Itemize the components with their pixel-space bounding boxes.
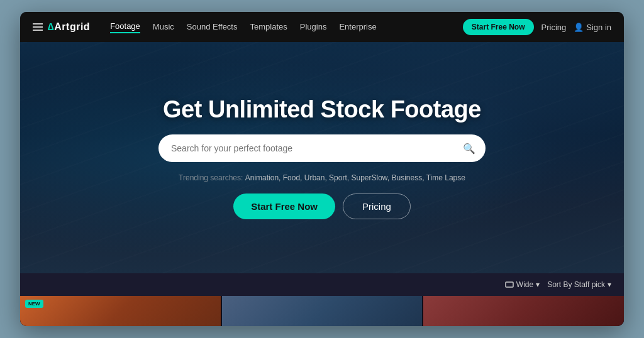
nav-links: Footage Music Sound Effects Templates Pl…: [110, 21, 448, 33]
hero-pricing-button[interactable]: Pricing: [343, 194, 411, 219]
hero-start-free-button[interactable]: Start Free Now: [233, 194, 335, 219]
nav-link-footage[interactable]: Footage: [110, 21, 140, 33]
navbar: ∆Artgrid Footage Music Sound Effects Tem…: [20, 12, 624, 42]
hamburger-icon[interactable]: [33, 23, 43, 31]
logo-symbol: ∆: [48, 21, 54, 32]
nav-link-sound-effects[interactable]: Sound Effects: [187, 22, 238, 33]
nav-link-music[interactable]: Music: [153, 22, 174, 33]
user-icon: 👤: [574, 23, 584, 32]
browser-window: ∆Artgrid Footage Music Sound Effects Tem…: [20, 12, 624, 326]
nav-link-templates[interactable]: Templates: [250, 22, 287, 33]
aspect-ratio-label: Wide: [516, 280, 533, 289]
hero-section: Get Unlimited Stock Footage 🔍 Trending s…: [20, 42, 624, 273]
nav-right: Start Free Now Pricing 👤 Sign in: [463, 19, 611, 35]
sort-selector[interactable]: Sort By Staff pick ▾: [547, 280, 611, 289]
nav-start-free-button[interactable]: Start Free Now: [463, 19, 534, 35]
new-badge: NEW: [25, 300, 43, 308]
nav-link-plugins[interactable]: Plugins: [300, 22, 327, 33]
nav-signin-link[interactable]: 👤 Sign in: [574, 23, 611, 32]
svg-rect-0: [506, 282, 513, 287]
thumbnail-3[interactable]: [423, 296, 624, 326]
search-button[interactable]: 🔍: [463, 143, 475, 155]
aspect-ratio-icon: [505, 281, 514, 288]
trending-items[interactable]: Animation, Food, Urban, Sport, SuperSlow…: [245, 173, 465, 182]
search-bar-wrapper: 🔍: [158, 134, 486, 162]
nav-link-enterprise[interactable]: Enterprise: [339, 22, 376, 33]
hero-title: Get Unlimited Stock Footage: [163, 96, 481, 123]
search-icon: 🔍: [463, 143, 475, 154]
logo-area[interactable]: ∆Artgrid: [33, 21, 90, 33]
sort-label: Sort By Staff pick: [547, 280, 605, 289]
bottom-toolbar: Wide ▾ Sort By Staff pick ▾: [20, 273, 624, 296]
trending-searches: Trending searches: Animation, Food, Urba…: [179, 173, 465, 182]
hero-content: Get Unlimited Stock Footage 🔍 Trending s…: [158, 96, 486, 219]
logo-text: ∆Artgrid: [48, 21, 90, 33]
trending-label: Trending searches:: [179, 173, 243, 182]
search-input[interactable]: [158, 134, 486, 162]
thumbnail-strip: NEW: [20, 296, 624, 326]
nav-pricing-link[interactable]: Pricing: [541, 23, 567, 32]
thumbnail-1[interactable]: NEW: [20, 296, 221, 326]
hero-buttons: Start Free Now Pricing: [233, 194, 411, 219]
thumbnail-2[interactable]: [222, 296, 423, 326]
aspect-ratio-chevron: ▾: [536, 280, 540, 289]
aspect-ratio-selector[interactable]: Wide ▾: [505, 280, 540, 289]
sort-chevron: ▾: [608, 280, 611, 289]
